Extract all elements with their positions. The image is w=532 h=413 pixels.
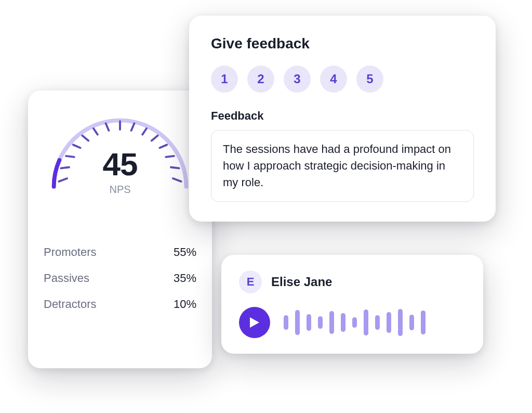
- waveform-bar: [398, 309, 403, 336]
- play-icon: [249, 316, 260, 329]
- svg-line-10: [152, 136, 158, 141]
- play-button[interactable]: [239, 307, 270, 338]
- waveform-bar: [375, 315, 380, 330]
- waveform-bar: [307, 314, 311, 331]
- audio-person-name: Elise Jane: [271, 275, 332, 289]
- audio-header: E Elise Jane: [239, 270, 466, 293]
- waveform-bar: [284, 315, 288, 330]
- nps-row-value: 55%: [174, 246, 196, 259]
- nps-row-label: Detractors: [44, 298, 96, 311]
- audio-card: E Elise Jane: [221, 255, 483, 354]
- nps-row-value: 10%: [174, 298, 196, 311]
- waveform-bar: [364, 309, 368, 335]
- feedback-card: Give feedback 1 2 3 4 5 Feedback The ses…: [189, 16, 496, 222]
- audio-player: [239, 307, 466, 338]
- nps-row-label: Promoters: [44, 246, 96, 259]
- rating-option-4[interactable]: 4: [320, 66, 347, 93]
- svg-line-4: [82, 136, 88, 141]
- svg-line-9: [142, 128, 147, 135]
- nps-row-promoters: Promoters 55%: [44, 246, 196, 259]
- waveform[interactable]: [284, 307, 425, 338]
- waveform-bar: [295, 310, 300, 335]
- feedback-textarea[interactable]: The sessions have had a profound impact …: [211, 130, 474, 202]
- waveform-bar: [387, 312, 391, 333]
- rating-row: 1 2 3 4 5: [211, 66, 474, 93]
- nps-card: 45 NPS Promoters 55% Passives 35% Detrac…: [28, 91, 212, 368]
- nps-label: NPS: [44, 184, 196, 196]
- feedback-title: Give feedback: [211, 35, 474, 52]
- feedback-sub-label: Feedback: [211, 109, 474, 123]
- nps-row-passives: Passives 35%: [44, 272, 196, 285]
- avatar: E: [239, 270, 262, 293]
- nps-breakdown: Promoters 55% Passives 35% Detractors 10…: [44, 246, 196, 311]
- nps-row-detractors: Detractors 10%: [44, 298, 196, 311]
- svg-line-8: [131, 123, 135, 131]
- nps-row-label: Passives: [44, 272, 89, 285]
- waveform-bar: [421, 311, 425, 334]
- rating-option-2[interactable]: 2: [247, 66, 274, 93]
- nps-value: 45: [44, 146, 196, 183]
- rating-option-5[interactable]: 5: [356, 66, 383, 93]
- waveform-bar: [341, 313, 345, 332]
- nps-gauge: 45 NPS: [44, 109, 196, 213]
- svg-line-5: [94, 128, 98, 135]
- rating-option-1[interactable]: 1: [211, 66, 238, 93]
- svg-line-6: [106, 123, 109, 131]
- waveform-bar: [352, 317, 357, 328]
- nps-row-value: 35%: [174, 272, 196, 285]
- waveform-bar: [329, 311, 334, 334]
- waveform-bar: [409, 315, 414, 330]
- waveform-bar: [318, 316, 323, 329]
- rating-option-3[interactable]: 3: [284, 66, 311, 93]
